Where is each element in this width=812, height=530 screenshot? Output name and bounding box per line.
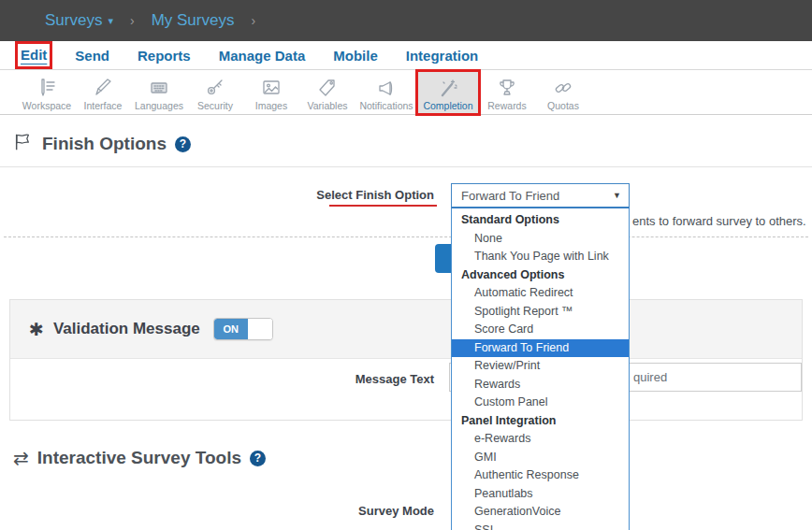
dropdown-group-advanced: Advanced Options (452, 266, 629, 285)
message-text-label: Message Text (337, 372, 434, 386)
help-icon[interactable]: ? (250, 451, 266, 466)
menu-bar: Edit Send Reports Manage Data Mobile Int… (0, 41, 812, 70)
dropdown-option[interactable]: Thank You Page with Link (452, 248, 629, 266)
dropdown-option[interactable]: GenerationVoice (452, 503, 629, 522)
helper-text-fragment: ents to forward survey to others. ? (632, 214, 812, 228)
edit-annotation-box: Edit (21, 47, 47, 64)
breadcrumb: Surveys ▾ › My Surveys › (45, 11, 263, 30)
dropdown-option[interactable]: Custom Panel (452, 394, 629, 412)
picture-icon (260, 76, 283, 100)
survey-mode-label: Survey Mode (337, 504, 434, 518)
tag-icon (316, 76, 339, 100)
menu-item-integration[interactable]: Integration (406, 48, 479, 64)
chain-link-icon (552, 76, 574, 100)
help-icon[interactable]: ? (175, 136, 191, 152)
finish-option-dropdown-list: Standard Options None Thank You Page wit… (451, 208, 630, 530)
magic-wand-icon (437, 76, 459, 100)
dropdown-option[interactable]: Spotlight Report ™ (452, 303, 629, 322)
pencil-lines-icon (36, 76, 58, 100)
menu-item-edit[interactable]: Edit (21, 47, 47, 63)
tool-security[interactable]: Security (187, 71, 243, 114)
validation-message-header: ✱ Validation Message ON (10, 300, 802, 359)
menu-item-send[interactable]: Send (75, 48, 109, 64)
label-annotation-underline (329, 205, 437, 207)
tool-workspace[interactable]: Workspace (19, 71, 75, 114)
tool-languages[interactable]: Languages (131, 71, 187, 114)
tool-notifications[interactable]: Notifications (355, 71, 417, 114)
flag-icon (13, 132, 34, 156)
asterisk-icon: ✱ (29, 319, 44, 340)
dropdown-group-standard: Standard Options (452, 211, 629, 230)
dropdown-option[interactable]: None (452, 230, 629, 249)
dropdown-option[interactable]: Review/Print (452, 357, 629, 376)
edit-toolbar: Workspace Interface Languages Security I… (0, 71, 812, 115)
tool-rewards[interactable]: Rewards (479, 71, 535, 114)
dropdown-option[interactable]: SSI (452, 522, 629, 530)
menu-item-manage-data[interactable]: Manage Data (219, 48, 306, 64)
dropdown-option[interactable]: Rewards (452, 376, 629, 394)
dropdown-option[interactable]: Automatic Redirect (452, 284, 629, 303)
dropdown-option[interactable]: Score Card (452, 321, 629, 339)
breadcrumb-my-surveys[interactable]: My Surveys (152, 11, 235, 30)
validation-toggle[interactable]: ON (213, 318, 273, 340)
finish-option-select[interactable]: Forward To Friend ▼ (451, 183, 630, 208)
dropdown-option[interactable]: GMI (452, 449, 629, 467)
breadcrumb-separator-icon: › (130, 13, 135, 28)
validation-message-card: ✱ Validation Message ON (9, 299, 803, 421)
menu-item-reports[interactable]: Reports (138, 48, 191, 64)
dropdown-group-panel-integration: Panel Integration (452, 412, 629, 431)
tool-images[interactable]: Images (243, 71, 299, 114)
dropdown-option[interactable]: Authentic Response (452, 466, 629, 485)
breadcrumb-separator-icon: › (251, 13, 255, 28)
megaphone-icon (375, 76, 398, 100)
toggle-knob (248, 319, 272, 339)
keyboard-icon (148, 76, 170, 100)
interactive-tools-header: ⇄ Interactive Survey Tools ? (13, 448, 266, 468)
tool-quotas[interactable]: Quotas (535, 71, 591, 114)
finish-options-header: Finish Options ? (13, 132, 191, 156)
swap-arrows-icon: ⇄ (13, 449, 29, 467)
dropdown-option[interactable]: Peanutlabs (452, 485, 629, 504)
tool-completion[interactable]: Completion (417, 71, 479, 114)
key-icon (204, 76, 226, 100)
tool-interface[interactable]: Interface (75, 71, 131, 114)
dropdown-option[interactable]: e-Rewards (452, 430, 629, 449)
pen-icon (92, 76, 114, 100)
breadcrumb-surveys[interactable]: Surveys ▾ (45, 11, 113, 30)
top-navbar: Surveys ▾ › My Surveys › (0, 0, 812, 41)
divider (0, 166, 812, 167)
dashed-divider (4, 236, 808, 237)
dropdown-option-selected[interactable]: Forward To Friend (452, 339, 629, 358)
chevron-down-icon: ▾ (108, 15, 113, 27)
select-finish-option-label: Select Finish Option (281, 188, 434, 202)
menu-item-mobile[interactable]: Mobile (333, 48, 378, 64)
chevron-down-icon: ▼ (613, 191, 621, 200)
trophy-icon (496, 76, 518, 100)
tool-variables[interactable]: Variables (299, 71, 355, 114)
